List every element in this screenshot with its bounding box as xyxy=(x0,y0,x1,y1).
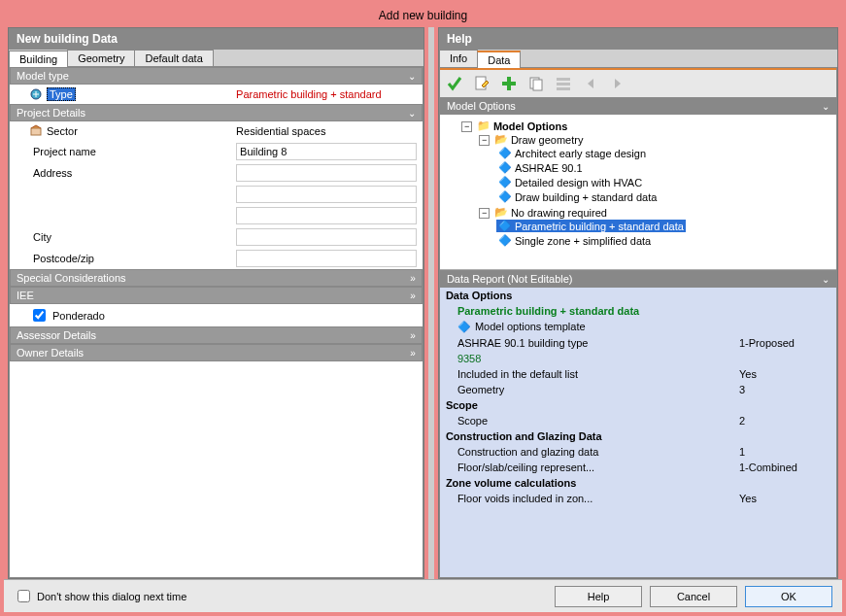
ok-button[interactable]: OK xyxy=(745,586,832,607)
chevron-right-icon: » xyxy=(410,273,416,284)
field-sector-label: Sector xyxy=(47,125,78,137)
accept-icon[interactable] xyxy=(444,73,465,94)
model-icon xyxy=(29,87,43,101)
field-project-name: Project name xyxy=(10,141,423,162)
ponderado-label: Ponderado xyxy=(52,310,105,322)
chevron-down-icon: ⌄ xyxy=(408,108,416,119)
ponderado-checkbox[interactable] xyxy=(33,309,46,322)
section-special[interactable]: Special Considerations» xyxy=(10,269,423,287)
dialog-window: Add new building New building Data Build… xyxy=(0,0,846,616)
project-name-input[interactable] xyxy=(236,143,417,160)
copy-icon[interactable] xyxy=(525,73,547,94)
right-panel: Help Info Data Model Options⌄ xyxy=(438,27,838,579)
sector-icon xyxy=(29,124,43,138)
chevron-down-icon: ⌄ xyxy=(822,101,829,112)
right-tabs: Info Data xyxy=(439,50,837,68)
dr-included: Included in the default listYes xyxy=(440,366,836,382)
model-icon: 🔷 xyxy=(498,234,512,247)
folder-icon: 📁 xyxy=(477,120,491,132)
dr-template: 🔷Model options template xyxy=(440,319,836,335)
postcode-input[interactable] xyxy=(236,250,417,267)
field-type-value: Parametric building + standard xyxy=(236,88,417,100)
field-address-3 xyxy=(10,205,423,226)
svg-rect-5 xyxy=(557,78,570,81)
tree-no-drawing[interactable]: −📂No drawing required 🔷Parametric buildi… xyxy=(479,205,832,249)
left-tabs: Building Geometry Default data xyxy=(9,50,423,67)
field-postcode: Postcode/zip xyxy=(10,248,423,269)
model-icon: 🔷 xyxy=(498,190,512,203)
left-panel-title: New building Data xyxy=(9,28,423,50)
cancel-button[interactable]: Cancel xyxy=(650,586,737,607)
tree-root[interactable]: −📁Model Options −📂Draw geometry 🔷Archite… xyxy=(461,119,832,250)
collapse-icon[interactable]: − xyxy=(479,208,490,219)
address-input-1[interactable] xyxy=(236,164,417,182)
dr-scope-h: Scope xyxy=(440,397,836,413)
dr-scope: Scope2 xyxy=(440,413,836,428)
field-city-label: City xyxy=(33,231,51,243)
svg-rect-7 xyxy=(557,87,570,90)
help-button[interactable]: Help xyxy=(555,586,642,607)
tree-item-single-zone[interactable]: 🔷Single zone + simplified data xyxy=(496,233,832,248)
left-form: Model type⌄ Type Parametric building + s… xyxy=(9,67,423,578)
dr-zone-h: Zone volume calculations xyxy=(440,475,836,491)
tree-draw-geometry[interactable]: −📂Draw geometry 🔷Architect early stage d… xyxy=(479,132,832,205)
splitter[interactable] xyxy=(428,27,434,579)
address-input-3[interactable] xyxy=(236,207,417,224)
tree-item-parametric[interactable]: 🔷Parametric building + standard data xyxy=(496,219,832,233)
field-address-2 xyxy=(10,184,423,205)
field-type[interactable]: Type Parametric building + standard xyxy=(10,85,423,104)
add-icon[interactable] xyxy=(498,73,520,94)
dr-constr-h: Construction and Glazing Data xyxy=(440,428,836,444)
footer: Don't show this dialog next time Help Ca… xyxy=(4,579,842,612)
folder-open-icon: 📂 xyxy=(494,206,508,219)
field-postcode-label: Postcode/zip xyxy=(33,253,94,264)
section-assessor[interactable]: Assessor Details» xyxy=(10,326,423,344)
right-body: Model Options⌄ −📁Model Options −📂Draw ge… xyxy=(439,68,837,578)
prev-icon[interactable] xyxy=(580,73,601,94)
tree-item-architect[interactable]: 🔷Architect early stage design xyxy=(496,146,832,160)
field-type-label: Type xyxy=(47,87,76,101)
dr-constr: Construction and glazing data1 xyxy=(440,444,836,460)
model-options-header[interactable]: Model Options⌄ xyxy=(440,97,836,115)
dont-show-checkbox[interactable] xyxy=(17,590,30,602)
tab-geometry[interactable]: Geometry xyxy=(67,50,135,66)
model-icon: 🔷 xyxy=(498,161,512,174)
tab-building[interactable]: Building xyxy=(9,51,68,67)
city-input[interactable] xyxy=(236,228,417,246)
collapse-icon[interactable]: − xyxy=(461,121,472,132)
section-owner[interactable]: Owner Details» xyxy=(10,344,423,361)
field-sector-value: Residential spaces xyxy=(236,125,417,137)
list-icon[interactable] xyxy=(553,73,574,94)
data-report: Data Options Parametric building + stand… xyxy=(440,288,836,577)
field-sector[interactable]: Sector Residential spaces xyxy=(10,121,423,141)
folder-open-icon: 📂 xyxy=(494,133,508,146)
address-input-2[interactable] xyxy=(236,186,417,203)
chevron-right-icon: » xyxy=(410,291,416,301)
section-project-details[interactable]: Project Details⌄ xyxy=(10,104,423,121)
content-area: New building Data Building Geometry Defa… xyxy=(4,27,842,579)
data-report-header[interactable]: Data Report (Not Editable)⌄ xyxy=(440,270,836,288)
tab-data[interactable]: Data xyxy=(477,51,521,68)
model-icon: 🔷 xyxy=(457,321,471,333)
field-address-label: Address xyxy=(33,167,72,179)
tab-info[interactable]: Info xyxy=(439,50,478,67)
tab-default-data[interactable]: Default data xyxy=(134,50,213,66)
svg-rect-6 xyxy=(557,83,570,86)
model-icon: 🔷 xyxy=(498,176,512,188)
collapse-icon[interactable]: − xyxy=(479,135,490,146)
section-model-type[interactable]: Model type⌄ xyxy=(10,67,423,85)
tree-item-detailed[interactable]: 🔷Detailed design with HVAC xyxy=(496,175,832,189)
tree-item-ashrae[interactable]: 🔷ASHRAE 90.1 xyxy=(496,160,832,175)
dr-id: 9358 xyxy=(440,351,836,366)
tree-item-draw-std[interactable]: 🔷Draw building + standard data xyxy=(496,189,832,204)
section-iee[interactable]: IEE» xyxy=(10,287,423,304)
dr-title: Parametric building + standard data xyxy=(440,303,836,319)
edit-icon[interactable] xyxy=(471,73,492,94)
field-projectname-label: Project name xyxy=(33,146,96,157)
chevron-right-icon: » xyxy=(410,348,416,359)
chevron-right-icon: » xyxy=(410,330,416,341)
field-ponderado: Ponderado xyxy=(10,304,423,326)
model-icon: 🔷 xyxy=(498,147,512,159)
next-icon[interactable] xyxy=(607,73,628,94)
dont-show-label: Don't show this dialog next time xyxy=(37,591,186,602)
